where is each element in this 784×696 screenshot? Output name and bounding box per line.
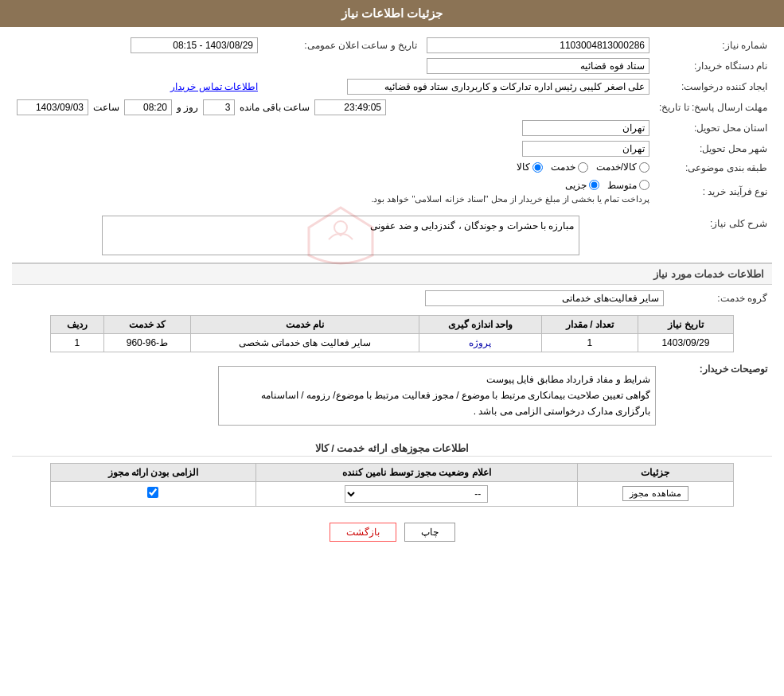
nam-dastgah-label: نام دستگاه خریدار: [654,56,772,76]
ostan-field: تهران [522,120,649,136]
mohlat-baqi-value: 23:49:05 [314,99,386,115]
ettelaat-link-cell[interactable]: اطلاعات تماس خریدار [12,76,263,97]
ostan-label: استان محل تحویل: [654,118,772,138]
page-title: جزئیات اطلاعات نیاز [0,0,784,27]
now-description: پرداخت تمام یا بخشی از مبلغ خریدار از مح… [17,194,649,204]
watermark-icon [293,204,388,267]
shomara-niaz-field: 1103004813000286 [427,37,649,53]
radio-kala-khedmat-label: کالا/خدمت [596,161,637,173]
shahr-field: تهران [522,141,649,157]
mohlat-roz-label: روز و [177,102,198,113]
radio-kala[interactable]: کالا [517,161,543,173]
tawzih-text: شرایط و مفاد قرارداد مطابق فایل پیوست گو… [224,371,650,420]
elzami-checkbox[interactable] [147,487,158,498]
radio-motovaset-label: متوسط [607,180,637,191]
ijad-konande-value: علی اصغر کلیبی رئیس اداره تدارکات و کارب… [263,76,654,97]
nam-dastgah-value: ستاد فوه قضائیه [12,56,654,76]
permit-table: جزئیات اعلام وضعیت مجوز توسط نامین کننده… [50,463,735,507]
sharh-niaz-box: مبارزه با حشرات و جوندگان ، گندزدایی و ض… [102,216,579,255]
back-button[interactable]: بازگشت [330,523,396,542]
cell-radif: 1 [50,333,103,352]
mojavez-title: اطلاعات مجوزهای ارائه خدمت / کالا [12,437,772,457]
radio-khedmat-label: خدمت [551,161,575,173]
radio-khedmat-input[interactable] [578,162,588,173]
radio-jozi-label: جزیی [565,180,587,191]
col-vahid: واحد اندازه گیری [419,315,541,333]
grooh-field: سایر فعالیت‌های خدماتی [425,290,664,306]
shahr-value: تهران [12,138,654,159]
info-section: شماره نیاز: 1103004813000286 تاریخ و ساع… [12,35,772,207]
tabaqe-label: طبقه بندی موضوعی: [654,159,772,177]
radio-jozi[interactable]: جزیی [565,180,599,191]
services-table: تاریخ نیاز تعداد / مقدار واحد اندازه گیر… [50,315,735,352]
ettelaat-link[interactable]: اطلاعات تماس خریدار [170,81,258,92]
page-container: جزئیات اطلاعات نیاز شماره نیاز: 11030048… [0,0,784,696]
cell-code-khedmat: ط-96-960 [104,333,191,352]
ejlam-select[interactable]: -- [345,485,488,503]
permit-elzami [50,481,255,506]
radio-khedmat[interactable]: خدمت [551,161,588,173]
view-permit-button[interactable]: مشاهده مجوز [622,486,688,501]
tabaqe-row: کالا/خدمت خدمت کالا [12,159,654,177]
sharh-niaz-section: شرح کلی نیاز: مبارزه با حشرات و جوندگان … [12,213,772,258]
khadamat-info-title: اطلاعات خدمات مورد نیاز [12,262,772,285]
now-farayand-row: متوسط جزیی پرداخت تمام یا بخشی از مبلغ خ… [12,177,654,207]
mohlat-date: 1403/09/03 [17,99,88,115]
shomara-niaz-label: شماره نیاز: [654,35,772,56]
ijad-konande-label: ایجاد کننده درخواست: [654,76,772,97]
tarikh-value: 1403/08/29 - 08:15 [12,35,263,56]
shahr-label: شهر محل تحویل: [654,138,772,159]
radio-motovaset[interactable]: متوسط [607,180,649,191]
col-code-khedmat: کد خدمت [104,315,191,333]
grooh-value: سایر فعالیت‌های خدماتی [12,288,669,309]
radio-kala-khedmat[interactable]: کالا/خدمت [596,161,649,173]
permit-col-ejlam: اعلام وضعیت مجوز توسط نامین کننده [255,463,577,481]
table-row: 1403/09/29 1 پروژه سایر فعالیت های خدمات… [50,333,734,352]
permit-col-elzami: الزامی بودن ارائه مجوز [50,463,255,481]
mohlat-baqi-label: ساعت باقی مانده [240,102,310,113]
ostan-value: تهران [12,118,654,138]
radio-jozi-input[interactable] [589,180,599,190]
nam-dastgah-field: ستاد فوه قضائیه [427,58,649,74]
bottom-buttons: چاپ بازگشت [12,523,772,542]
radio-kala-label: کالا [517,161,530,173]
col-tedad: تعداد / مقدار [542,315,638,333]
permit-joziat: مشاهده مجوز [577,481,734,506]
grooh-label: گروه خدمت: [669,288,772,309]
tarikh-label: تاریخ و ساعت اعلان عمومی: [263,35,422,56]
radio-motovaset-input[interactable] [639,180,649,190]
sharh-niaz-text: مبارزه با حشرات و جوندگان ، گندزدایی و ض… [370,220,574,231]
mohlat-row: 23:49:05 ساعت باقی مانده 3 روز و 08:20 س… [12,97,654,118]
radio-kala-input[interactable] [532,162,543,173]
svg-point-0 [334,221,347,234]
cell-nam-khedmat: سایر فعالیت های خدماتی شخصی [190,333,419,352]
shomara-niaz-value: 1103004813000286 [422,35,654,56]
ijad-konande-field: علی اصغر کلیبی رئیس اداره تدارکات و کارب… [347,79,649,95]
mohlat-saat-value: 08:20 [124,99,172,115]
tawzih-box: شرایط و مفاد قرارداد مطابق فایل پیوست گو… [218,366,656,426]
now-farayand-label: نوع فرآیند خرید : [654,177,772,207]
cell-tarikh: 1403/09/29 [638,333,734,352]
print-button[interactable]: چاپ [404,523,455,542]
tawzih-label: توصیحات خریدار: [669,359,772,433]
grooh-khedmat-section: گروه خدمت: سایر فعالیت‌های خدماتی [12,288,772,309]
sharh-niaz-value: مبارزه با حشرات و جوندگان ، گندزدایی و ض… [12,213,669,258]
radio-kala-khedmat-input[interactable] [639,162,649,173]
cell-tedad: 1 [542,333,638,352]
tarikh-field: 1403/08/29 - 08:15 [131,37,258,53]
cell-vahid: پروژه [419,333,541,352]
tawzih-value: شرایط و مفاد قرارداد مطابق فایل پیوست گو… [12,359,669,433]
permit-ejlam: -- [255,481,577,506]
permit-col-joziat: جزئیات [577,463,734,481]
col-radif: ردیف [50,315,103,333]
permit-row: مشاهده مجوز -- [50,481,734,506]
mohlat-label: مهلت ارسال پاسخ: تا تاریخ: [654,97,772,118]
sharh-niaz-label: شرح کلی نیاز: [669,213,772,258]
tawzih-section: توصیحات خریدار: شرایط و مفاد قرارداد مطا… [12,359,772,433]
mohlat-roz-value: 3 [203,99,235,115]
mohlat-saat-label: ساعت [93,102,119,113]
col-tarikh: تاریخ نیاز [638,315,734,333]
col-nam-khedmat: نام خدمت [190,315,419,333]
